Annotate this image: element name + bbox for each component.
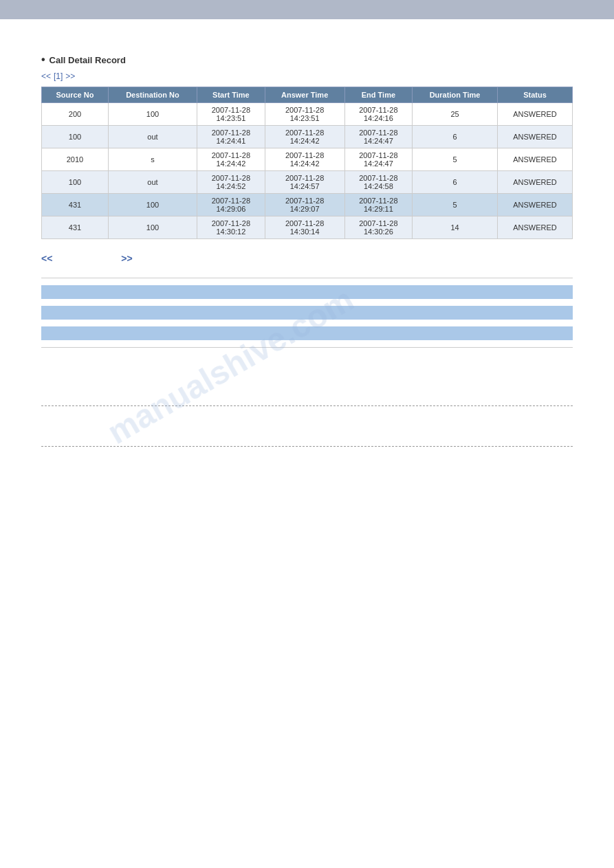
table-cell: 200 (42, 103, 109, 126)
table-cell: 2007-11-28 14:24:58 (344, 171, 413, 194)
cdr-table: Source No Destination No Start Time Answ… (41, 87, 573, 239)
block-3 (41, 326, 573, 340)
pagination-next-bottom[interactable]: >> (121, 253, 132, 264)
table-row: 2001002007-11-28 14:23:512007-11-28 14:2… (42, 103, 573, 126)
table-cell: 2007-11-28 14:29:11 (344, 194, 413, 216)
col-end-time: End Time (344, 87, 413, 103)
blue-bar-1 (41, 285, 573, 299)
table-row: 100out2007-11-28 14:24:522007-11-28 14:2… (42, 171, 573, 194)
table-cell: 2007-11-28 14:23:51 (265, 103, 344, 126)
table-cell: 14 (413, 216, 498, 239)
divider-1 (41, 278, 573, 278)
table-cell: ANSWERED (497, 194, 572, 216)
col-source-no: Source No (42, 87, 109, 103)
spacer-1 (41, 355, 573, 396)
block-1 (41, 285, 573, 299)
table-cell: 25 (413, 103, 498, 126)
pagination-next-top[interactable]: >> (65, 71, 75, 81)
section-title: Call Detail Record (41, 54, 573, 66)
table-cell: 2007-11-28 14:24:42 (197, 148, 265, 171)
table-cell: 2007-11-28 14:24:52 (197, 171, 265, 194)
table-cell: 2007-11-28 14:24:57 (265, 171, 344, 194)
section-title-text: Call Detail Record (50, 55, 126, 65)
pagination-top: << [1] >> (41, 71, 573, 81)
table-row: 2010s2007-11-28 14:24:422007-11-28 14:24… (42, 148, 573, 171)
pagination-current-top: [1] (54, 71, 63, 81)
table-cell: 6 (413, 126, 498, 148)
table-cell: 2007-11-28 14:29:06 (197, 194, 265, 216)
col-destination-no: Destination No (108, 87, 197, 103)
table-cell: 100 (108, 194, 197, 216)
table-cell: 2007-11-28 14:24:47 (344, 148, 413, 171)
table-cell: 2007-11-28 14:24:16 (344, 103, 413, 126)
table-cell: ANSWERED (497, 216, 572, 239)
block-2 (41, 306, 573, 320)
top-bar (0, 0, 614, 19)
table-row: 100out2007-11-28 14:24:412007-11-28 14:2… (42, 126, 573, 148)
table-cell: 2007-11-28 14:29:07 (265, 194, 344, 216)
table-cell: ANSWERED (497, 171, 572, 194)
table-cell: 2007-11-28 14:30:14 (265, 216, 344, 239)
divider-2 (41, 347, 573, 348)
table-cell: 100 (108, 103, 197, 126)
blue-bar-3 (41, 326, 573, 340)
table-cell: 2007-11-28 14:23:51 (197, 103, 265, 126)
spacer-2 (41, 416, 573, 436)
table-cell: 431 (42, 216, 109, 239)
table-cell: 2007-11-28 14:24:42 (265, 126, 344, 148)
table-cell: 2007-11-28 14:30:12 (197, 216, 265, 239)
blue-bar-2 (41, 306, 573, 320)
table-cell: 5 (413, 194, 498, 216)
table-cell: 100 (42, 126, 109, 148)
dotted-line-1 (41, 405, 573, 406)
pagination-bottom: << >> (41, 253, 573, 264)
table-cell: ANSWERED (497, 103, 572, 126)
table-cell: 5 (413, 148, 498, 171)
table-cell: s (108, 148, 197, 171)
col-start-time: Start Time (197, 87, 265, 103)
col-duration-time: Duration Time (413, 87, 498, 103)
table-header-row: Source No Destination No Start Time Answ… (42, 87, 573, 103)
table-cell: ANSWERED (497, 148, 572, 171)
table-row: 4311002007-11-28 14:30:122007-11-28 14:3… (42, 216, 573, 239)
col-status: Status (497, 87, 572, 103)
pagination-prev-bottom[interactable]: << (41, 253, 52, 264)
table-cell: out (108, 126, 197, 148)
col-answer-time: Answer Time (265, 87, 344, 103)
table-cell: ANSWERED (497, 126, 572, 148)
table-cell: 2007-11-28 14:24:42 (265, 148, 344, 171)
table-row: 4311002007-11-28 14:29:062007-11-28 14:2… (42, 194, 573, 216)
pagination-prev-top[interactable]: << (41, 71, 51, 81)
page-wrapper: Call Detail Record << [1] >> Source No D… (0, 26, 614, 470)
table-cell: 100 (42, 171, 109, 194)
table-cell: out (108, 171, 197, 194)
table-cell: 2007-11-28 14:30:26 (344, 216, 413, 239)
dotted-line-2 (41, 446, 573, 447)
table-cell: 2007-11-28 14:24:47 (344, 126, 413, 148)
table-cell: 100 (108, 216, 197, 239)
table-cell: 431 (42, 194, 109, 216)
table-cell: 2010 (42, 148, 109, 171)
table-cell: 2007-11-28 14:24:41 (197, 126, 265, 148)
table-cell: 6 (413, 171, 498, 194)
